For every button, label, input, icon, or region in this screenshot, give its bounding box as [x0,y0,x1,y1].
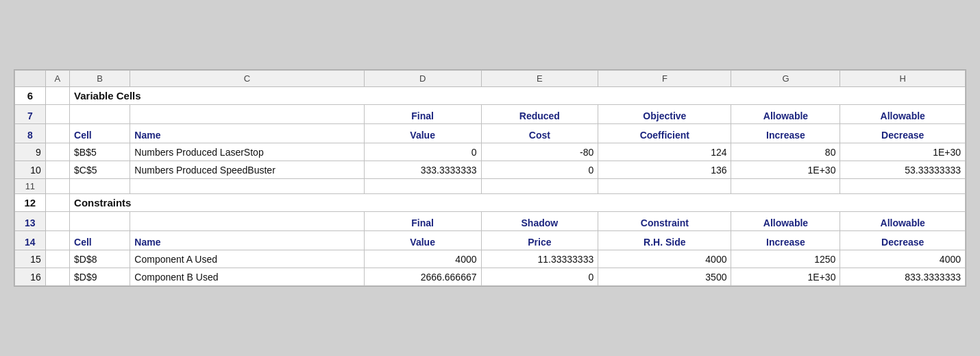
row-num-10: 10 [15,161,46,179]
spreadsheet: A B C D E F G H 6 Variable Cells 7 [14,69,966,287]
row14-d: Value [364,231,481,250]
row9-e: -80 [481,143,598,161]
row12-a [45,194,69,212]
row8-name-label: Name [130,124,364,143]
row-num-13: 13 [15,212,46,231]
row-num-8: 8 [15,124,46,143]
row8-cell-label: Cell [70,124,130,143]
row7-c [130,105,364,124]
row14-g: Increase [731,231,840,250]
row-num-14: 14 [15,231,46,250]
row10-cell: $C$5 [70,161,130,179]
constraints-label: Constraints [70,194,966,212]
col-header-a: A [45,71,69,87]
row-num-11: 11 [15,179,46,194]
row10-name: Numbers Produced SpeedBuster [130,161,364,179]
row-num-6: 6 [15,87,46,105]
row-16: 16 $D$9 Component B Used 2666.666667 0 3… [15,268,966,286]
row10-g: 1E+30 [731,161,840,179]
col-header-b: B [70,71,130,87]
row7-f: Objective [598,105,731,124]
row14-cell-label: Cell [70,231,130,250]
row16-f: 3500 [598,268,731,286]
row15-a [45,250,69,268]
row7-g: Allowable [731,105,840,124]
row16-name: Component B Used [130,268,364,286]
row8-g: Increase [731,124,840,143]
row-num-7: 7 [15,105,46,124]
row16-e: 0 [481,268,598,286]
row7-a [45,105,69,124]
row-8-header-line2: 8 Cell Name Value Cost Coefficient Incre… [15,124,966,143]
row14-h: Decrease [840,231,966,250]
col-header-g: G [731,71,840,87]
row9-g: 80 [731,143,840,161]
row7-d: Final [364,105,481,124]
row16-d: 2666.666667 [364,268,481,286]
row8-e: Cost [481,124,598,143]
row8-a [45,124,69,143]
variable-cells-label: Variable Cells [70,87,966,105]
row16-g: 1E+30 [731,268,840,286]
row10-d: 333.3333333 [364,161,481,179]
row-7-header-line1: 7 Final Reduced Objective Allowable Allo… [15,105,966,124]
row-num-16: 16 [15,268,46,286]
row8-d: Value [364,124,481,143]
row-num-12: 12 [15,194,46,212]
row13-a [45,212,69,231]
row16-cell: $D$9 [70,268,130,286]
row-12: 12 Constraints [15,194,966,212]
row13-e: Shadow [481,212,598,231]
row13-h: Allowable [840,212,966,231]
row13-g: Allowable [731,212,840,231]
row7-b [70,105,130,124]
row14-name-label: Name [130,231,364,250]
row13-d: Final [364,212,481,231]
row13-c [130,212,364,231]
row-6: 6 Variable Cells [15,87,966,105]
row13-b [70,212,130,231]
row-10: 10 $C$5 Numbers Produced SpeedBuster 333… [15,161,966,179]
row9-a [45,143,69,161]
row8-f: Coefficient [598,124,731,143]
row14-f: R.H. Side [598,231,731,250]
row-15: 15 $D$8 Component A Used 4000 11.3333333… [15,250,966,268]
row10-e: 0 [481,161,598,179]
row-6-a [45,87,69,105]
row7-h: Allowable [840,105,966,124]
row10-a [45,161,69,179]
row8-h: Decrease [840,124,966,143]
col-header-h: H [840,71,966,87]
row-13-header-line1: 13 Final Shadow Constraint Allowable All… [15,212,966,231]
row13-f: Constraint [598,212,731,231]
row15-d: 4000 [364,250,481,268]
row-14-header-line2: 14 Cell Name Value Price R.H. Side Incre… [15,231,966,250]
row-11: 11 [15,179,966,194]
row14-e: Price [481,231,598,250]
col-header-e: E [481,71,598,87]
row15-h: 4000 [840,250,966,268]
row15-e: 11.33333333 [481,250,598,268]
row16-a [45,268,69,286]
row9-d: 0 [364,143,481,161]
column-headers: A B C D E F G H [15,71,966,87]
row15-g: 1250 [731,250,840,268]
row14-a [45,231,69,250]
row16-h: 833.3333333 [840,268,966,286]
row9-f: 124 [598,143,731,161]
row7-e: Reduced [481,105,598,124]
row9-cell: $B$5 [70,143,130,161]
row15-cell: $D$8 [70,250,130,268]
corner-cell [15,71,46,87]
row10-f: 136 [598,161,731,179]
row15-f: 4000 [598,250,731,268]
row9-h: 1E+30 [840,143,966,161]
row10-h: 53.33333333 [840,161,966,179]
row-num-15: 15 [15,250,46,268]
row9-name: Numbers Produced LaserStop [130,143,364,161]
col-header-c: C [130,71,364,87]
col-header-f: F [598,71,731,87]
row-9: 9 $B$5 Numbers Produced LaserStop 0 -80 … [15,143,966,161]
col-header-d: D [364,71,481,87]
row15-name: Component A Used [130,250,364,268]
